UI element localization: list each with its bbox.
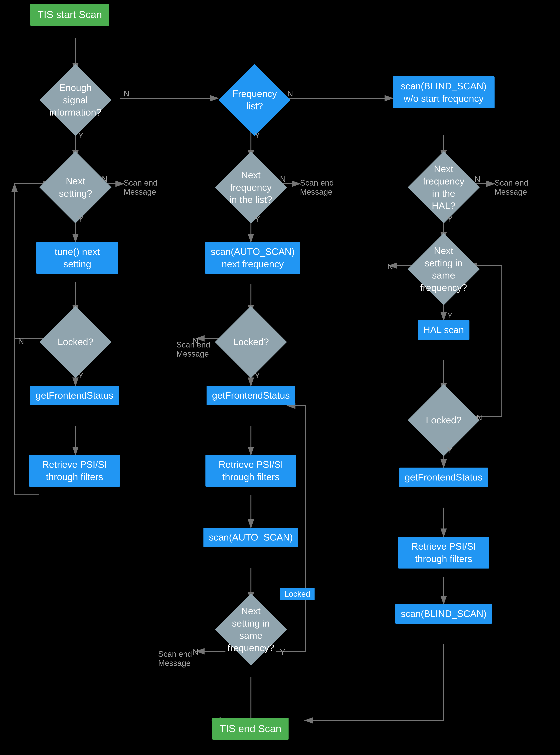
n-label-5: N — [193, 648, 199, 657]
scan-auto-node: scan(AUTO_SCAN) — [205, 528, 296, 547]
next-setting-same-freq-label: Next setting in same frequency? — [418, 243, 469, 296]
y-label-3: Y — [78, 215, 83, 224]
next-setting-same-freq2-node: Next setting in same frequency? — [222, 600, 280, 659]
scan-end-msg-1: Scan endMessage — [124, 178, 157, 196]
n-label-1: N — [124, 89, 129, 98]
start-label: TIS start Scan — [30, 4, 109, 26]
hal-scan-node: HAL scan — [402, 320, 485, 340]
retrieve-psi1-node: Retrieve PSI/SI through filters — [29, 455, 120, 487]
next-freq-list-node: Next frequency in the list? — [222, 158, 280, 216]
retrieve-psi2-node: Retrieve PSI/SI through filters — [205, 455, 296, 487]
n-label-6: N — [475, 175, 480, 184]
next-setting-same-freq2-label: Next setting in same frequency? — [225, 603, 276, 656]
y-label-7: Y — [447, 311, 453, 320]
scan-end-msg-3: Scan endMessage — [176, 340, 210, 359]
next-freq-hal-node: Next frequency in the HAL? — [415, 158, 473, 216]
scan-end-msg-5: Scan endMessage — [495, 178, 528, 196]
get-frontend2-label: getFrontendStatus — [206, 386, 295, 405]
retrieve-psi3-node: Retrieve PSI/SI through filters — [398, 537, 489, 568]
next-setting-node: Next setting? — [46, 158, 104, 216]
enough-signal-node: Enough signal information? — [46, 71, 104, 129]
locked-badge-label: Locked — [280, 588, 315, 600]
get-frontend3-node: getFrontendStatus — [398, 468, 489, 487]
start-node: TIS start Scan — [30, 4, 109, 26]
next-setting-label: Next setting? — [50, 173, 101, 201]
scan-auto-next-label: scan(AUTO_SCAN) next frequency — [205, 242, 300, 274]
scan-auto-label: scan(AUTO_SCAN) — [203, 528, 298, 547]
retrieve-psi1-label: Retrieve PSI/SI through filters — [29, 455, 120, 487]
locked3-label: Locked? — [424, 412, 463, 428]
n-label-2: N — [287, 89, 293, 98]
blind-scan-start-label: scan(BLIND_SCAN) w/o start frequency — [393, 76, 495, 108]
next-setting-same-freq-node: Next setting in same frequency? — [415, 240, 473, 298]
hal-scan-label: HAL scan — [418, 320, 469, 340]
retrieve-psi2-label: Retrieve PSI/SI through filters — [205, 455, 296, 487]
n-label-locked3: N — [476, 413, 482, 422]
tune-next-node: tune() next setting — [36, 242, 118, 274]
frequency-list-node: Frequency list? — [225, 71, 284, 129]
get-frontend1-node: getFrontendStatus — [29, 386, 120, 405]
get-frontend1-label: getFrontendStatus — [30, 386, 119, 405]
y-label-1: Y — [78, 131, 83, 140]
locked3-node: Locked? — [415, 391, 473, 449]
get-frontend3-label: getFrontendStatus — [399, 468, 488, 487]
n-label-4: N — [280, 175, 286, 184]
y-label-locked1: Y — [78, 371, 83, 380]
frequency-list-label: Frequency list? — [229, 86, 280, 114]
locked2-node: Locked? — [222, 313, 280, 371]
enough-signal-label: Enough signal information? — [48, 80, 103, 120]
end-node: TIS end Scan — [212, 718, 288, 740]
end-label: TIS end Scan — [212, 718, 288, 740]
next-freq-list-label: Next frequency in the list? — [225, 167, 276, 208]
y-label-5: Y — [280, 648, 285, 657]
locked-badge-node: Locked — [280, 588, 315, 600]
blind-scan-start-node: scan(BLIND_SCAN) w/o start frequency — [393, 76, 495, 108]
tune-next-label: tune() next setting — [36, 242, 118, 274]
n-label-locked1: N — [18, 336, 24, 346]
y-label-locked3: Y — [447, 446, 453, 455]
n-label-7: N — [387, 262, 393, 271]
blind-scan-node: scan(BLIND_SCAN) — [402, 604, 485, 624]
y-label-4: Y — [255, 215, 260, 224]
y-label-6: Y — [447, 215, 453, 224]
scan-end-msg-4: Scan endMessage — [158, 650, 192, 668]
locked1-node: Locked? — [46, 313, 104, 371]
y-label-locked2: Y — [255, 371, 260, 380]
scan-end-msg-2: Scan endMessage — [300, 178, 334, 196]
retrieve-psi3-label: Retrieve PSI/SI through filters — [398, 537, 489, 568]
locked1-label: Locked? — [56, 334, 95, 350]
y-label-2: Y — [255, 131, 260, 140]
n-label-3: N — [102, 175, 108, 184]
get-frontend2-node: getFrontendStatus — [205, 386, 296, 405]
scan-auto-next-node: scan(AUTO_SCAN) next frequency — [207, 242, 298, 274]
locked2-label: Locked? — [231, 334, 271, 350]
blind-scan-label: scan(BLIND_SCAN) — [395, 604, 492, 624]
flowchart: TIS start Scan Enough signal information… — [0, 0, 560, 755]
next-freq-hal-label: Next frequency in the HAL? — [418, 161, 469, 214]
